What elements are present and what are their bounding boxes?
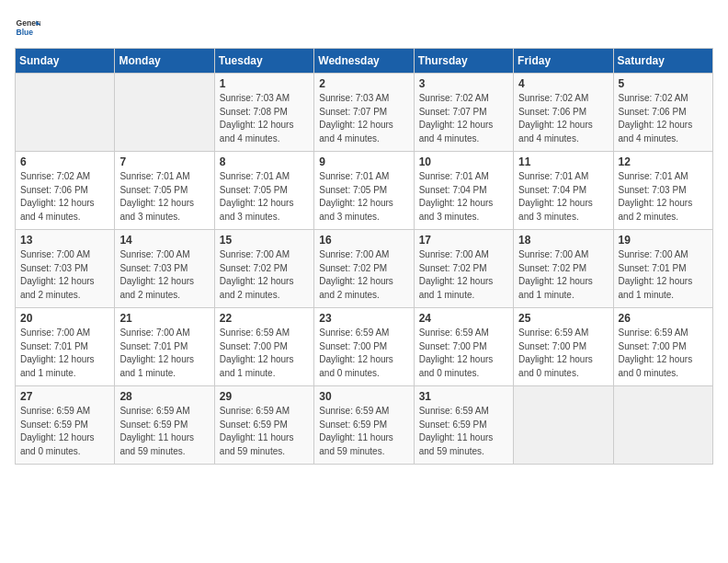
day-number: 11	[518, 155, 608, 168]
day-info: Sunrise: 7:00 AM Sunset: 7:01 PM Dayligh…	[20, 327, 109, 380]
day-info: Sunrise: 7:01 AM Sunset: 7:04 PM Dayligh…	[419, 170, 508, 224]
header-row: SundayMondayTuesdayWednesdayThursdayFrid…	[16, 49, 713, 74]
day-cell	[16, 74, 115, 152]
day-cell: 10Sunrise: 7:01 AM Sunset: 7:04 PM Dayli…	[414, 152, 513, 230]
day-cell: 17Sunrise: 7:00 AM Sunset: 7:02 PM Dayli…	[414, 230, 513, 308]
day-info: Sunrise: 7:02 AM Sunset: 7:06 PM Dayligh…	[20, 170, 109, 224]
day-number: 14	[119, 234, 209, 247]
day-cell: 29Sunrise: 6:59 AM Sunset: 6:59 PM Dayli…	[214, 386, 313, 465]
week-row-4: 20Sunrise: 7:00 AM Sunset: 7:01 PM Dayli…	[16, 308, 713, 386]
day-number: 3	[419, 77, 508, 90]
day-cell: 15Sunrise: 7:00 AM Sunset: 7:02 PM Dayli…	[214, 230, 313, 308]
day-info: Sunrise: 7:02 AM Sunset: 7:06 PM Dayligh…	[518, 92, 608, 145]
day-number: 30	[319, 390, 408, 403]
day-cell: 11Sunrise: 7:01 AM Sunset: 7:04 PM Dayli…	[514, 152, 613, 230]
column-header-monday: Monday	[115, 49, 214, 74]
day-info: Sunrise: 7:00 AM Sunset: 7:03 PM Dayligh…	[119, 248, 209, 302]
day-cell: 8Sunrise: 7:01 AM Sunset: 7:05 PM Daylig…	[214, 152, 313, 230]
day-cell: 6Sunrise: 7:02 AM Sunset: 7:06 PM Daylig…	[16, 152, 115, 230]
day-number: 1	[220, 77, 309, 90]
day-info: Sunrise: 7:01 AM Sunset: 7:05 PM Dayligh…	[119, 170, 209, 224]
day-cell: 12Sunrise: 7:01 AM Sunset: 7:03 PM Dayli…	[613, 152, 712, 230]
day-info: Sunrise: 7:01 AM Sunset: 7:05 PM Dayligh…	[220, 170, 309, 224]
calendar-table: SundayMondayTuesdayWednesdayThursdayFrid…	[15, 48, 713, 465]
column-header-thursday: Thursday	[414, 49, 513, 74]
day-cell: 27Sunrise: 6:59 AM Sunset: 6:59 PM Dayli…	[16, 386, 115, 465]
day-cell: 21Sunrise: 7:00 AM Sunset: 7:01 PM Dayli…	[115, 308, 214, 386]
day-info: Sunrise: 7:01 AM Sunset: 7:03 PM Dayligh…	[619, 170, 708, 224]
day-number: 16	[319, 234, 408, 247]
day-info: Sunrise: 6:59 AM Sunset: 6:59 PM Dayligh…	[220, 405, 309, 458]
day-number: 6	[20, 155, 109, 168]
day-cell	[514, 386, 613, 465]
day-info: Sunrise: 7:00 AM Sunset: 7:02 PM Dayligh…	[220, 248, 309, 302]
day-info: Sunrise: 7:00 AM Sunset: 7:03 PM Dayligh…	[20, 248, 109, 302]
day-number: 8	[220, 155, 309, 168]
day-info: Sunrise: 7:00 AM Sunset: 7:02 PM Dayligh…	[319, 248, 408, 302]
day-info: Sunrise: 6:59 AM Sunset: 6:59 PM Dayligh…	[419, 405, 508, 458]
page-header: General Blue	[15, 15, 713, 40]
day-cell: 5Sunrise: 7:02 AM Sunset: 7:06 PM Daylig…	[613, 74, 712, 152]
day-info: Sunrise: 7:00 AM Sunset: 7:02 PM Dayligh…	[419, 248, 508, 302]
day-number: 23	[319, 312, 408, 325]
day-number: 26	[619, 312, 708, 325]
week-row-3: 13Sunrise: 7:00 AM Sunset: 7:03 PM Dayli…	[16, 230, 713, 308]
logo: General Blue	[15, 15, 44, 40]
day-info: Sunrise: 7:00 AM Sunset: 7:02 PM Dayligh…	[518, 248, 608, 302]
day-cell: 20Sunrise: 7:00 AM Sunset: 7:01 PM Dayli…	[16, 308, 115, 386]
day-info: Sunrise: 7:00 AM Sunset: 7:01 PM Dayligh…	[619, 248, 708, 302]
day-cell: 9Sunrise: 7:01 AM Sunset: 7:05 PM Daylig…	[314, 152, 414, 230]
day-number: 4	[518, 77, 608, 90]
day-info: Sunrise: 6:59 AM Sunset: 7:00 PM Dayligh…	[220, 327, 309, 380]
week-row-5: 27Sunrise: 6:59 AM Sunset: 6:59 PM Dayli…	[16, 386, 713, 465]
day-cell: 13Sunrise: 7:00 AM Sunset: 7:03 PM Dayli…	[16, 230, 115, 308]
day-number: 17	[419, 234, 508, 247]
day-info: Sunrise: 6:59 AM Sunset: 6:59 PM Dayligh…	[119, 405, 209, 458]
day-cell: 25Sunrise: 6:59 AM Sunset: 7:00 PM Dayli…	[514, 308, 613, 386]
day-number: 10	[419, 155, 508, 168]
day-info: Sunrise: 6:59 AM Sunset: 6:59 PM Dayligh…	[319, 405, 408, 458]
day-info: Sunrise: 7:01 AM Sunset: 7:04 PM Dayligh…	[518, 170, 608, 224]
day-number: 2	[319, 77, 408, 90]
day-number: 31	[419, 390, 508, 403]
day-cell: 16Sunrise: 7:00 AM Sunset: 7:02 PM Dayli…	[314, 230, 414, 308]
day-number: 13	[20, 234, 109, 247]
day-info: Sunrise: 6:59 AM Sunset: 6:59 PM Dayligh…	[20, 405, 109, 458]
day-info: Sunrise: 6:59 AM Sunset: 7:00 PM Dayligh…	[419, 327, 508, 380]
day-number: 29	[220, 390, 309, 403]
day-cell	[115, 74, 214, 152]
column-header-wednesday: Wednesday	[314, 49, 414, 74]
day-number: 21	[119, 312, 209, 325]
week-row-1: 1Sunrise: 7:03 AM Sunset: 7:08 PM Daylig…	[16, 74, 713, 152]
day-cell: 22Sunrise: 6:59 AM Sunset: 7:00 PM Dayli…	[214, 308, 313, 386]
column-header-saturday: Saturday	[613, 49, 712, 74]
day-info: Sunrise: 6:59 AM Sunset: 7:00 PM Dayligh…	[619, 327, 708, 380]
logo-icon: General Blue	[15, 15, 40, 40]
column-header-friday: Friday	[514, 49, 613, 74]
day-number: 20	[20, 312, 109, 325]
day-cell: 30Sunrise: 6:59 AM Sunset: 6:59 PM Dayli…	[314, 386, 414, 465]
day-cell: 19Sunrise: 7:00 AM Sunset: 7:01 PM Dayli…	[613, 230, 712, 308]
day-cell: 26Sunrise: 6:59 AM Sunset: 7:00 PM Dayli…	[613, 308, 712, 386]
day-cell: 24Sunrise: 6:59 AM Sunset: 7:00 PM Dayli…	[414, 308, 513, 386]
day-number: 22	[220, 312, 309, 325]
day-cell	[613, 386, 712, 465]
svg-text:Blue: Blue	[17, 28, 34, 37]
day-number: 24	[419, 312, 508, 325]
day-number: 15	[220, 234, 309, 247]
day-number: 7	[119, 155, 209, 168]
day-cell: 18Sunrise: 7:00 AM Sunset: 7:02 PM Dayli…	[514, 230, 613, 308]
day-info: Sunrise: 7:03 AM Sunset: 7:07 PM Dayligh…	[319, 92, 408, 145]
day-number: 25	[518, 312, 608, 325]
day-number: 18	[518, 234, 608, 247]
day-info: Sunrise: 7:01 AM Sunset: 7:05 PM Dayligh…	[319, 170, 408, 224]
day-info: Sunrise: 6:59 AM Sunset: 7:00 PM Dayligh…	[518, 327, 608, 380]
day-cell: 1Sunrise: 7:03 AM Sunset: 7:08 PM Daylig…	[214, 74, 313, 152]
week-row-2: 6Sunrise: 7:02 AM Sunset: 7:06 PM Daylig…	[16, 152, 713, 230]
day-cell: 3Sunrise: 7:02 AM Sunset: 7:07 PM Daylig…	[414, 74, 513, 152]
column-header-tuesday: Tuesday	[214, 49, 313, 74]
day-cell: 2Sunrise: 7:03 AM Sunset: 7:07 PM Daylig…	[314, 74, 414, 152]
day-info: Sunrise: 7:03 AM Sunset: 7:08 PM Dayligh…	[220, 92, 309, 145]
day-cell: 28Sunrise: 6:59 AM Sunset: 6:59 PM Dayli…	[115, 386, 214, 465]
day-number: 12	[619, 155, 708, 168]
